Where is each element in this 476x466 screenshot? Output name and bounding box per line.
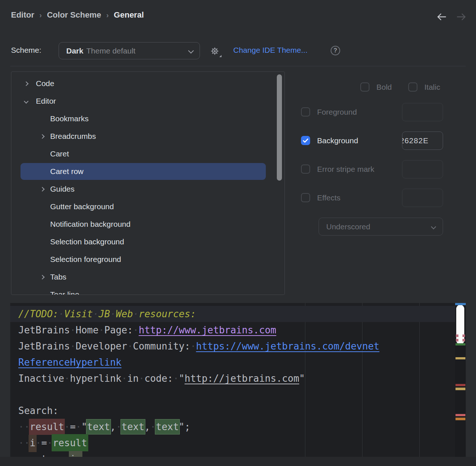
tree-item-breadcrumbs[interactable]: Breadcrumbs: [11, 127, 285, 145]
preview-line: ReferenceHyperlink: [18, 354, 455, 370]
back-arrow-icon[interactable]: [435, 12, 447, 22]
tree-item-label: Selection foreground: [50, 255, 121, 264]
preview-line: Inactive·hyperlink·in·code:·"http://jetb…: [18, 370, 455, 387]
tree-item-selection-background[interactable]: Selection background: [11, 233, 285, 251]
error-stripe-checkbox[interactable]: [301, 164, 310, 174]
effect-type-dropdown[interactable]: Underscored: [319, 218, 443, 236]
tree-item-notification-background[interactable]: Notification background: [11, 215, 285, 233]
change-ide-theme-link[interactable]: Change IDE Theme...: [233, 46, 308, 55]
preview-bottom-bar: [0, 457, 476, 466]
gear-icon: [210, 46, 220, 56]
tree-item-bookmarks[interactable]: Bookmarks: [11, 110, 285, 127]
foreground-checkbox[interactable]: [301, 107, 310, 116]
whitespace-dot: ·: [24, 454, 30, 457]
whitespace-dot: ·: [59, 308, 64, 319]
code-segment-search: text: [155, 419, 180, 434]
code-segment-plain: ··: [18, 437, 30, 448]
error-stripe-label: Error stripe mark: [317, 165, 374, 174]
pink-mark[interactable]: [462, 334, 465, 337]
bold-checkbox[interactable]: [360, 82, 369, 92]
preview-line: //TODO:·Visit·JB·Web·resources:: [18, 306, 455, 322]
background-checkbox[interactable]: [301, 136, 310, 145]
pink-mark[interactable]: [456, 334, 458, 337]
italic-checkbox[interactable]: [408, 82, 417, 92]
tree-item-label: Caret row: [50, 167, 83, 176]
effects-label: Effects: [317, 193, 341, 202]
code-segment-link: ReferenceHyperlink: [18, 357, 122, 368]
effects-checkbox[interactable]: [301, 193, 310, 202]
whitespace-dot: ·: [70, 325, 76, 336]
error-stripe-color-box[interactable]: [402, 160, 443, 178]
code-segment-flink: http://www.jetbrains.com: [139, 325, 276, 336]
gold-mark[interactable]: [455, 357, 465, 359]
tree-item-tabs[interactable]: Tabs: [11, 268, 285, 286]
breadcrumb-editor[interactable]: Editor: [11, 10, 34, 20]
tree-item-label: Breadcrumbs: [50, 132, 96, 141]
preview-line: [18, 387, 455, 403]
header-separator: [10, 66, 466, 66]
preview-code: //TODO:·Visit·JB·Web·resources:JetBrains…: [10, 306, 455, 457]
foreground-color-box[interactable]: [402, 103, 443, 121]
background-color-value: 26282E: [402, 136, 428, 145]
gold-mark[interactable]: [455, 388, 465, 390]
whitespace-dot: ·: [98, 325, 104, 336]
chevron-down-icon: [188, 48, 194, 54]
whitespace-dot: ·: [18, 454, 24, 457]
preview-line: Search:: [18, 403, 455, 419]
pink-mark[interactable]: [456, 339, 458, 341]
tree-item-label: Code: [36, 79, 54, 88]
orange-mark[interactable]: [455, 418, 465, 420]
tree-item-code[interactable]: Code: [11, 75, 285, 92]
whitespace-dot: ·: [139, 373, 145, 384]
preview-line: JetBrains·Developer·Community:·https://w…: [18, 338, 455, 354]
tree-item-selection-foreground[interactable]: Selection foreground: [11, 251, 285, 268]
settings-dialog: { "breadcrumb": { "separator": "›", "ite…: [0, 0, 476, 466]
pink-mark[interactable]: [462, 339, 465, 341]
code-segment-ident: i;: [69, 451, 82, 457]
breadcrumb-general: General: [114, 10, 144, 20]
background-color-field[interactable]: 26282E: [402, 132, 443, 150]
tree-item-caret-row[interactable]: Caret row: [11, 163, 285, 180]
tree-item-label: Selection background: [50, 237, 124, 246]
forward-arrow-icon[interactable]: [455, 12, 468, 22]
code-segment-plain: Search:: [18, 405, 59, 416]
help-icon[interactable]: ?: [331, 46, 340, 55]
chevron-right-icon[interactable]: [24, 81, 29, 86]
rose-mark[interactable]: [455, 414, 465, 416]
tree-item-editor[interactable]: Editor: [11, 92, 285, 110]
red-mark[interactable]: [455, 384, 465, 386]
tree-item-label: Guides: [50, 185, 75, 193]
tree-item-gutter-background[interactable]: Gutter background: [11, 198, 285, 215]
chevron-right-icon[interactable]: [40, 187, 45, 192]
preview-editor[interactable]: //TODO:·Visit·JB·Web·resources:JetBrains…: [10, 303, 466, 457]
whitespace-dot: ·: [133, 325, 139, 336]
tree-item-label: Gutter background: [50, 202, 114, 211]
analysis-status-mark[interactable]: [455, 303, 466, 305]
whitespace-dot: ·: [36, 437, 41, 448]
tree-item-label: Editor: [36, 97, 56, 106]
background-label: Background: [317, 136, 358, 145]
tree-item-label: Caret: [50, 149, 69, 158]
breadcrumb-color-scheme[interactable]: Color Scheme: [47, 10, 101, 20]
green-mark[interactable]: [455, 343, 465, 345]
whitespace-dot: ·: [190, 341, 196, 352]
tree-scrollbar-thumb[interactable]: [277, 74, 282, 181]
chevron-right-icon[interactable]: [40, 134, 45, 139]
effects-color-box[interactable]: [402, 189, 443, 207]
whitespace-dot: ·: [64, 373, 70, 384]
code-segment-plain: ,·: [144, 421, 156, 432]
scheme-actions-button[interactable]: [210, 46, 222, 57]
tree-item-tear-line[interactable]: Tear line: [11, 286, 285, 295]
breadcrumb-separator-icon: ›: [106, 11, 109, 19]
code-segment-identw: result: [52, 434, 88, 451]
chevron-right-icon[interactable]: [40, 275, 45, 280]
checkmark-icon: [303, 138, 308, 143]
preview-scrollbar-thumb[interactable]: [456, 305, 464, 344]
whitespace-dot: ·: [18, 421, 24, 432]
chevron-down-icon[interactable]: [24, 99, 29, 104]
tree-item-caret[interactable]: Caret: [11, 145, 285, 163]
code-segment-link: https://www.jetbrains.com/devnet: [196, 341, 379, 352]
code-segment-plain: ··: [18, 454, 30, 457]
scheme-dropdown[interactable]: Dark Theme default: [59, 42, 200, 59]
tree-item-guides[interactable]: Guides: [11, 180, 285, 198]
